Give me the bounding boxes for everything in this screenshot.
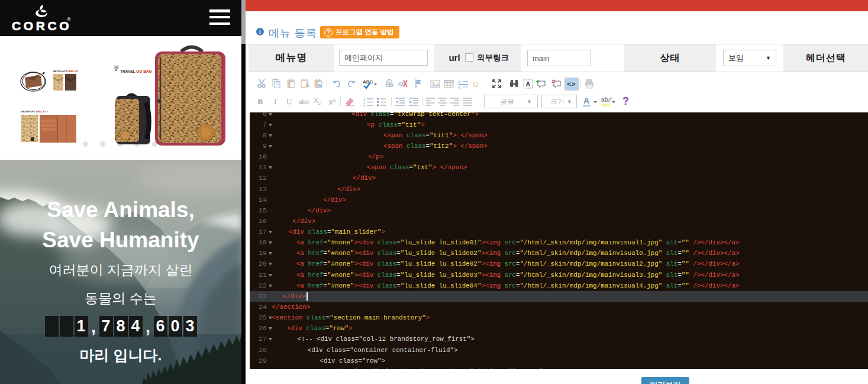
svg-text:ab: ab: [601, 96, 608, 103]
svg-text:A: A: [525, 80, 530, 88]
svg-text:TRAVEL GO BAG: TRAVEL GO BAG: [120, 69, 152, 73]
svg-text:3: 3: [363, 105, 366, 107]
svg-text:PASSPORT WALLET 7: PASSPORT WALLET 7: [21, 110, 49, 113]
svg-text:C O R C O: C O R C O: [130, 75, 146, 78]
svg-text:A: A: [458, 85, 461, 89]
svg-text:A: A: [458, 80, 461, 84]
svg-text:ABC: ABC: [363, 79, 373, 85]
svg-text:Ω: Ω: [473, 80, 479, 89]
svg-text:W: W: [318, 83, 322, 88]
svg-text:NECKLACE WALLET: NECKLACE WALLET: [53, 70, 79, 73]
svg-text:A: A: [305, 82, 309, 88]
svg-text:A: A: [583, 96, 589, 105]
